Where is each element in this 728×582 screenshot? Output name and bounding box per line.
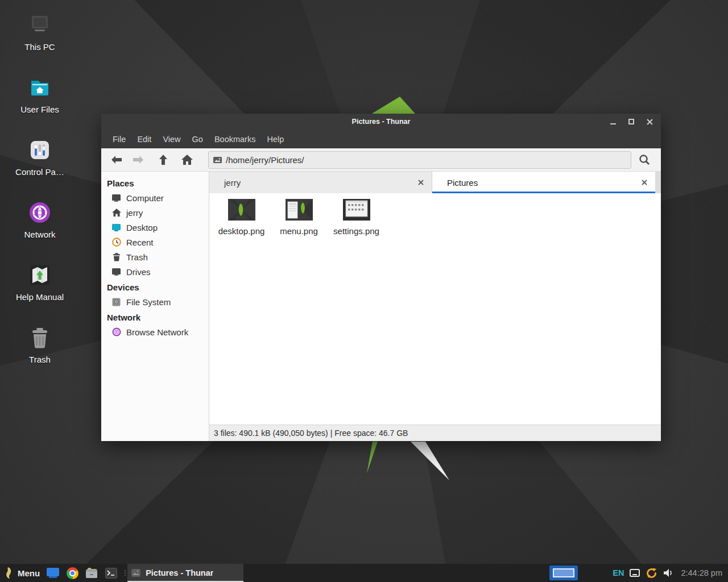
sidebar-item-recent[interactable]: Recent (101, 235, 209, 250)
desktop-icon-label: Help Manual (10, 292, 69, 302)
control-panel-icon (27, 138, 52, 163)
path-entry[interactable]: /home/jerry/Pictures/ (208, 151, 631, 169)
clock[interactable]: 2:44:28 pm (676, 568, 728, 577)
sidebar-item-label: File System (126, 297, 171, 307)
sidebar-item-jerry[interactable]: jerry (101, 205, 209, 220)
desktop-icon-network[interactable]: Network (10, 200, 69, 239)
sidebar-item-desktop[interactable]: Desktop (101, 220, 209, 235)
sidebar-header-places: Places (101, 175, 209, 190)
file-manager-icon[interactable] (82, 564, 101, 582)
keyboard-layout-indicator[interactable]: EN (610, 564, 627, 582)
task-button-label: Pictures - Thunar (146, 568, 213, 577)
thunar-window: Pictures - Thunar File Edit View Go Book… (101, 114, 661, 441)
thunar-task-icon (131, 568, 141, 577)
file-menu-png[interactable]: menu.png (270, 198, 328, 236)
path-text: /home/jerry/Pictures/ (226, 155, 304, 165)
help-manual-icon (27, 263, 52, 288)
taskbar-handle[interactable] (123, 564, 127, 582)
filesystem-icon (111, 297, 121, 307)
desktop-icon-label: Control Pa… (10, 167, 69, 177)
sidebar-item-label: Browse Network (126, 327, 188, 337)
workspace-1[interactable] (553, 568, 574, 577)
sidebar-item-trash[interactable]: Trash (101, 250, 209, 264)
language-label: EN (613, 568, 624, 577)
status-bar: 3 files: 490.1 kB (490,050 bytes) | Free… (209, 425, 661, 441)
desktop-icon (111, 223, 121, 232)
file-name: settings.png (328, 226, 385, 236)
wallpaper-logo-slivers (364, 442, 455, 481)
menu-edit[interactable]: Edit (131, 132, 157, 147)
forward-button[interactable] (130, 151, 147, 168)
workspace-switcher[interactable] (549, 566, 578, 580)
sidebar-header-network: Network (101, 309, 209, 325)
menu-file[interactable]: File (107, 132, 131, 147)
up-button[interactable] (155, 151, 172, 168)
file-settings-png[interactable]: settings.png (328, 198, 385, 236)
sidebar-header-devices: Devices (101, 279, 209, 294)
recent-clock-icon (111, 238, 121, 247)
menu-button-label: Menu (18, 568, 40, 578)
window-titlebar[interactable]: Pictures - Thunar (101, 114, 661, 130)
desktop-wallpaper: This PC User Files Control Pa… Network H… (0, 0, 728, 582)
toolbar: /home/jerry/Pictures/ (101, 148, 661, 172)
tab-jerry[interactable]: jerry (209, 172, 432, 193)
menu-bookmarks[interactable]: Bookmarks (209, 132, 262, 147)
desktop-icon-help-manual[interactable]: Help Manual (10, 263, 69, 302)
tab-close-icon[interactable] (416, 177, 426, 188)
menu-help[interactable]: Help (261, 132, 289, 147)
browse-network-icon (111, 327, 121, 337)
terminal-icon[interactable] (101, 564, 121, 582)
task-button-thunar[interactable]: Pictures - Thunar (127, 564, 243, 582)
trash-icon (27, 325, 52, 350)
trash-icon (111, 252, 121, 262)
desktop-icon-label: This PC (10, 42, 69, 52)
tab-label: Pictures (447, 178, 639, 188)
sidebar-item-label: Drives (126, 267, 151, 277)
menu-view[interactable]: View (157, 132, 186, 147)
tab-pictures[interactable]: Pictures (432, 172, 655, 193)
sidebar-item-computer[interactable]: Computer (101, 190, 209, 205)
sidebar-item-label: Trash (126, 252, 148, 262)
sidebar-item-label: Recent (126, 238, 154, 247)
home-button[interactable] (179, 151, 196, 168)
sidebar-item-drives[interactable]: Drives (101, 264, 209, 279)
sidebar-item-label: Desktop (126, 223, 158, 232)
computer-icon (111, 193, 121, 203)
volume-icon[interactable] (660, 564, 676, 582)
sidebar: Places Computer jerry Desktop Recent (101, 172, 209, 441)
computer-icon (27, 13, 52, 38)
desktop-icon-label: User Files (10, 105, 69, 114)
back-button[interactable] (108, 151, 125, 168)
taskbar: Menu Pictures - Thunar (0, 564, 728, 582)
image-thumbnail (343, 199, 370, 221)
show-desktop-icon[interactable] (43, 564, 63, 582)
home-folder-icon (27, 75, 52, 100)
file-name: menu.png (270, 226, 328, 236)
tab-bar: jerry Pictures (209, 172, 661, 193)
sidebar-item-file-system[interactable]: File System (101, 294, 209, 309)
menu-go[interactable]: Go (187, 132, 209, 147)
desktop-icon-user-files[interactable]: User Files (10, 75, 69, 114)
update-manager-icon[interactable] (643, 564, 660, 582)
desktop-icon-trash[interactable]: Trash (10, 325, 69, 364)
sidebar-item-label: Computer (126, 193, 164, 203)
maximize-button[interactable] (624, 115, 638, 128)
desktop-icon-this-pc[interactable]: This PC (10, 13, 69, 52)
file-view[interactable]: desktop.png menu.png (209, 193, 661, 425)
tab-close-icon[interactable] (639, 177, 650, 188)
chrome-icon[interactable] (63, 564, 82, 582)
menubar: File Edit View Go Bookmarks Help (101, 130, 661, 148)
tab-label: jerry (224, 178, 416, 188)
minimize-button[interactable] (606, 115, 620, 128)
wallpaper-green-triangle (364, 95, 421, 114)
sidebar-item-browse-network[interactable]: Browse Network (101, 325, 209, 339)
status-text: 3 files: 490.1 kB (490,050 bytes) | Free… (214, 429, 408, 438)
image-thumbnail (228, 199, 255, 221)
search-icon[interactable] (635, 151, 654, 169)
display-tray-icon[interactable] (627, 564, 643, 582)
close-button[interactable] (643, 115, 656, 128)
desktop-icon-label: Trash (10, 355, 69, 364)
desktop-icon-control-panel[interactable]: Control Pa… (10, 138, 69, 177)
file-desktop-png[interactable]: desktop.png (213, 198, 270, 236)
menu-button[interactable]: Menu (0, 564, 43, 582)
